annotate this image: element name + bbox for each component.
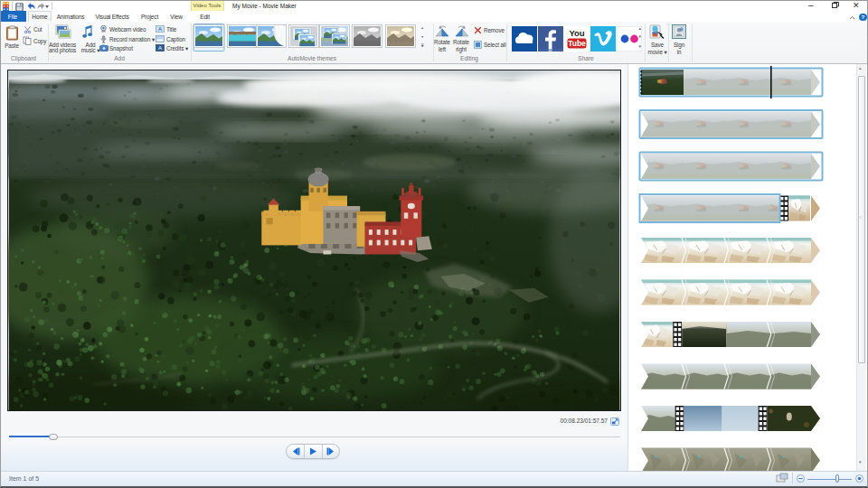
svg-text:A: A [158,45,162,51]
svg-text:You: You [569,28,584,38]
svg-text:A: A [158,26,162,32]
svg-text:Tube: Tube [568,39,586,48]
